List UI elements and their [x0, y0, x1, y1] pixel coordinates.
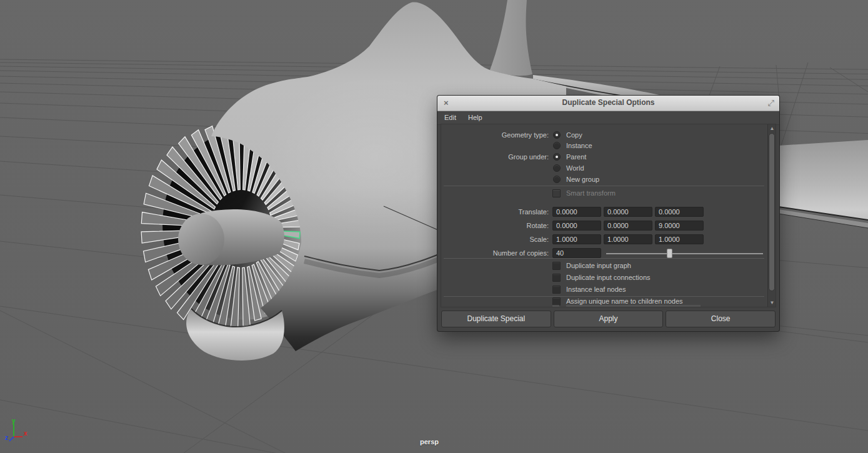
radio-world-label[interactable]: World — [566, 164, 584, 172]
duplicate-input-graph-label: Duplicate input graph — [566, 261, 631, 270]
duplicate-special-button[interactable]: Duplicate Special — [441, 311, 551, 327]
dialog-menubar: Edit Help — [437, 111, 779, 125]
checkbox-instance-leaf-nodes[interactable] — [552, 286, 561, 294]
apply-button[interactable]: Apply — [554, 311, 664, 327]
dialog-title: Duplicate Special Options — [437, 98, 779, 107]
close-button[interactable]: Close — [666, 311, 776, 327]
number-of-copies-slider[interactable] — [606, 248, 763, 258]
x-axis-label: x — [24, 430, 27, 437]
separator — [444, 186, 764, 186]
radio-new-group-label[interactable]: New group — [566, 175, 599, 184]
dialog-titlebar[interactable]: × Duplicate Special Options ⤢ — [437, 96, 779, 111]
right-wing[interactable] — [779, 140, 868, 220]
number-of-copies-label: Number of copies: — [441, 249, 549, 257]
expand-icon[interactable]: ⤢ — [768, 97, 774, 108]
camera-name-label: persp — [407, 438, 451, 446]
radio-parent-label[interactable]: Parent — [566, 152, 586, 161]
scale-label: Scale: — [441, 235, 549, 244]
group-under-label: Group under: — [441, 152, 549, 161]
translate-label: Translate: — [441, 207, 549, 216]
z-axis-line — [9, 437, 14, 441]
assign-unique-name-label: Assign unique name to children nodes — [566, 297, 683, 306]
checkbox-duplicate-input-connections[interactable] — [552, 274, 561, 282]
number-of-copies-field[interactable] — [552, 248, 601, 258]
duplicate-special-options-dialog: × Duplicate Special Options ⤢ Edit Help … — [437, 96, 779, 331]
scale-x-field[interactable] — [552, 234, 601, 244]
radio-instance[interactable] — [553, 142, 561, 149]
translate-z-field[interactable] — [655, 207, 704, 217]
translate-y-field[interactable] — [604, 207, 652, 217]
radio-copy-label[interactable]: Copy — [566, 131, 582, 139]
radio-parent[interactable] — [553, 153, 561, 161]
z-axis-label: z — [5, 434, 8, 441]
slider-handle[interactable] — [667, 249, 672, 258]
radio-world[interactable] — [553, 164, 561, 172]
scroll-thumb[interactable] — [769, 133, 775, 291]
radio-new-group[interactable] — [553, 176, 561, 183]
translate-x-field[interactable] — [552, 207, 601, 217]
rotate-z-field[interactable] — [655, 221, 704, 231]
smart-transform-label: Smart transform — [566, 189, 616, 197]
scroll-down-icon[interactable]: ▼ — [768, 299, 776, 307]
slider-track[interactable] — [606, 253, 763, 254]
dialog-scroll-area: Geometry type: Copy Instance Group under… — [441, 124, 776, 307]
radio-copy[interactable] — [553, 131, 561, 139]
geometry-type-label: Geometry type: — [441, 131, 549, 139]
rotate-x-field[interactable] — [552, 221, 601, 231]
instance-leaf-nodes-label: Instance leaf nodes — [566, 285, 626, 294]
duplicate-input-connections-label: Duplicate input connections — [566, 273, 651, 282]
separator — [444, 258, 764, 259]
view-axis-gizmo: y x z — [2, 417, 35, 449]
dialog-button-row: Duplicate Special Apply Close — [441, 311, 776, 327]
rotate-label: Rotate: — [441, 221, 549, 230]
y-axis-label: y — [12, 417, 16, 424]
propeller-hub-cap[interactable] — [178, 214, 224, 265]
scale-z-field[interactable] — [655, 234, 704, 244]
scroll-up-icon[interactable]: ▲ — [768, 124, 776, 132]
scale-y-field[interactable] — [604, 234, 652, 244]
maya-window: { "scene": { "camera_label": "persp", "a… — [0, 0, 868, 453]
rotate-y-field[interactable] — [604, 221, 652, 231]
dialog-scrollbar[interactable]: ▲ ▼ — [767, 124, 776, 307]
menu-help[interactable]: Help — [463, 111, 487, 121]
radio-instance-label[interactable]: Instance — [566, 141, 592, 150]
checkbox-duplicate-input-graph[interactable] — [552, 262, 561, 270]
checkbox-smart-transform[interactable] — [552, 189, 561, 197]
menu-edit[interactable]: Edit — [439, 111, 461, 121]
